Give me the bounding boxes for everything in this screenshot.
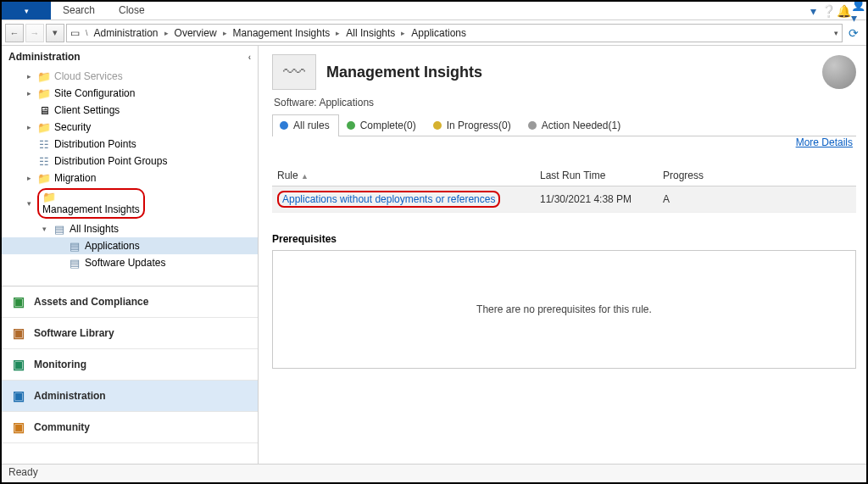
col-rule[interactable]: Rule ▲ bbox=[272, 165, 535, 186]
workspace-button[interactable]: ▣Monitoring bbox=[2, 349, 258, 381]
tab[interactable]: Complete(0) bbox=[339, 114, 426, 136]
app-menu-button[interactable]: ▾ bbox=[2, 2, 51, 19]
ribbon-tab-close[interactable]: Close bbox=[107, 2, 157, 19]
folder-icon: 📁 bbox=[37, 120, 51, 134]
workspace-label: Software Library bbox=[34, 327, 114, 339]
tab-label: Action Needed(1) bbox=[542, 120, 620, 131]
rule-link[interactable]: Applications without deployments or refe… bbox=[282, 193, 495, 205]
tree-node-label: Cloud Services bbox=[54, 70, 123, 82]
tab[interactable]: In Progress(0) bbox=[426, 114, 520, 136]
ribbon-tab-search[interactable]: Search bbox=[51, 2, 107, 19]
col-last-run[interactable]: Last Run Time bbox=[535, 165, 658, 186]
expander-icon[interactable]: ▸ bbox=[24, 89, 34, 97]
help-icon[interactable]: ❔ bbox=[821, 2, 836, 19]
prereq-empty-text: There are no prerequisites for this rule… bbox=[476, 303, 652, 315]
tree-node[interactable]: ☷Distribution Points bbox=[2, 136, 258, 153]
expander-icon[interactable]: ▸ bbox=[24, 72, 34, 81]
workspace-icon: ▣ bbox=[10, 293, 27, 310]
tab-row: All rulesComplete(0)In Progress(0)Action… bbox=[272, 114, 856, 136]
management-insights-icon: 〰 bbox=[272, 54, 316, 90]
collapse-icon[interactable]: ‹ bbox=[248, 53, 251, 62]
tree-node[interactable]: ▸📁Site Configuration bbox=[2, 85, 258, 102]
workspace-label: Monitoring bbox=[34, 359, 86, 370]
client-icon: 🖥 bbox=[37, 103, 51, 117]
subtitle: Software: Applications bbox=[274, 97, 856, 108]
left-panel: Administration ‹ ▸📁Cloud Services▸📁Site … bbox=[2, 46, 259, 464]
folder-icon: 📁 bbox=[37, 86, 51, 100]
cell-last-run: 11/30/2021 4:38 PM bbox=[535, 186, 658, 213]
tab-label: Complete(0) bbox=[360, 120, 416, 131]
expander-icon[interactable]: ▾ bbox=[39, 225, 49, 233]
bell-icon[interactable]: 🔔 bbox=[836, 2, 851, 19]
content-area: 〰 Management Insights Software: Applicat… bbox=[259, 46, 866, 464]
folder-icon: 📁 bbox=[42, 190, 56, 203]
workspace-label: Assets and Compliance bbox=[34, 296, 148, 308]
status-dot-icon bbox=[347, 121, 355, 130]
expander-icon[interactable]: ▾ bbox=[24, 199, 34, 208]
crumb-0[interactable]: Administration bbox=[94, 27, 159, 39]
crumb-2[interactable]: Management Insights bbox=[233, 27, 331, 39]
breadcrumb[interactable]: ▭ \ Administration▸ Overview▸ Management… bbox=[66, 24, 843, 42]
workspace-button[interactable]: ▣Administration bbox=[2, 381, 258, 412]
rules-table: Rule ▲ Last Run Time Progress Applicatio… bbox=[272, 165, 856, 213]
tree-node[interactable]: ▸📁Security bbox=[2, 119, 258, 136]
wunderbar: ▣Assets and Compliance▣Software Library▣… bbox=[2, 287, 258, 443]
workspace-icon: ▣ bbox=[10, 356, 27, 373]
up-dropdown-button[interactable]: ▾ bbox=[46, 24, 64, 42]
tree-node-label: Security bbox=[54, 121, 91, 133]
chevron-down-icon[interactable]: ▾ bbox=[805, 2, 821, 19]
sort-asc-icon: ▲ bbox=[301, 172, 309, 181]
crumb-4[interactable]: Applications bbox=[411, 27, 466, 39]
navigation-tree[interactable]: ▸📁Cloud Services▸📁Site Configuration🖥Cli… bbox=[2, 66, 258, 287]
tree-node[interactable]: ▾▤All Insights bbox=[2, 220, 258, 237]
tab-label: All rules bbox=[293, 120, 330, 131]
tree-node-label: Management Insights bbox=[42, 203, 140, 215]
tree-node[interactable]: ▸📁Cloud Services bbox=[2, 68, 258, 85]
prereq-panel: There are no prerequisites for this rule… bbox=[272, 250, 856, 369]
tree-node[interactable]: ▾📁 Management Insights bbox=[2, 186, 258, 220]
address-bar: ← → ▾ ▭ \ Administration▸ Overview▸ Mana… bbox=[2, 20, 866, 46]
home-icon: ▭ bbox=[70, 27, 80, 39]
ribbon: ▾ Search Close ▾ ❔ 🔔 👤▾ bbox=[2, 2, 866, 20]
more-details-link[interactable]: More Details bbox=[793, 131, 856, 153]
tree-node-label: Applications bbox=[85, 240, 140, 252]
left-panel-header: Administration ‹ bbox=[2, 46, 258, 66]
refresh-button[interactable]: ⟳ bbox=[844, 24, 863, 42]
tree-node[interactable]: ☷Distribution Point Groups bbox=[2, 153, 258, 170]
workspace-icon: ▣ bbox=[10, 419, 27, 436]
tree-node[interactable]: ▸📁Migration bbox=[2, 170, 258, 186]
tree-node[interactable]: 🖥Client Settings bbox=[2, 102, 258, 119]
feedback-icon[interactable]: 👤▾ bbox=[851, 2, 866, 19]
tab-label: In Progress(0) bbox=[447, 120, 511, 131]
document-icon: ▤ bbox=[53, 222, 66, 236]
tab[interactable]: Action Needed(1) bbox=[520, 114, 630, 136]
status-text: Ready bbox=[8, 466, 38, 478]
tree-node[interactable]: ▤Applications bbox=[2, 237, 258, 254]
table-row[interactable]: Applications without deployments or refe… bbox=[272, 186, 856, 213]
expander-icon[interactable]: ▸ bbox=[24, 174, 34, 182]
tab[interactable]: All rules bbox=[272, 114, 339, 136]
workspace-button[interactable]: ▣Software Library bbox=[2, 318, 258, 349]
expander-icon[interactable]: ▸ bbox=[24, 123, 34, 131]
workspace-button[interactable]: ▣Community bbox=[2, 412, 258, 443]
back-button[interactable]: ← bbox=[5, 24, 24, 42]
crumb-3[interactable]: All Insights bbox=[346, 27, 395, 39]
workspace-button[interactable]: ▣Assets and Compliance bbox=[2, 287, 258, 318]
distribution-icon: ☷ bbox=[37, 137, 51, 151]
address-dropdown-icon[interactable]: ▾ bbox=[834, 29, 838, 37]
main-split: Administration ‹ ▸📁Cloud Services▸📁Site … bbox=[2, 46, 866, 464]
status-dot-icon bbox=[433, 121, 442, 130]
col-progress[interactable]: Progress bbox=[658, 165, 856, 186]
forward-button[interactable]: → bbox=[25, 24, 44, 42]
crumb-1[interactable]: Overview bbox=[175, 27, 217, 39]
workspace-label: Administration bbox=[34, 390, 106, 402]
status-dot-icon bbox=[280, 121, 288, 130]
left-panel-title: Administration bbox=[8, 51, 81, 63]
tree-node-label: Distribution Point Groups bbox=[54, 155, 167, 167]
tree-node-label: Migration bbox=[54, 172, 96, 184]
workspace-icon: ▣ bbox=[10, 387, 27, 404]
distribution-icon: ☷ bbox=[37, 154, 51, 168]
tree-node[interactable]: ▤Software Updates bbox=[2, 254, 258, 271]
tree-node-label: All Insights bbox=[70, 223, 119, 235]
avatar bbox=[822, 55, 856, 89]
